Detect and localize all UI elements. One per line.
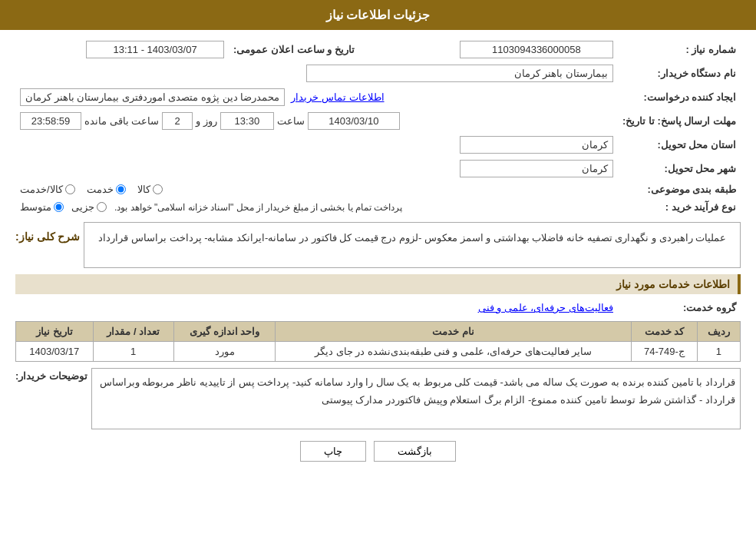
mohlatErsalPasakh-label: مهلت ارسال پاسخ: تا تاریخ: [618,109,741,133]
ostanTahvil-label: استان محل تحویل: [618,133,741,157]
radio-kala-label: کالا [137,184,150,195]
shomareNiaz-value: 1103094336000058 [460,41,613,58]
ijadKonande-label: ایجاد کننده درخواست: [618,85,741,109]
table-header-row: ردیف کد خدمت نام خدمت واحد اندازه گیری ت… [16,322,741,342]
col-namKhedmat: نام خدمت [276,322,632,342]
row-tabaghe: طبقه بندی موضوعی: کالا/خدمت خدمت کالا [15,181,741,198]
khedmat-info-table: گروه خدمت: فعالیت‌های حرفه‌ای، علمی و فن… [15,299,741,316]
shahrTahvil-label: شهر محل تحویل: [618,157,741,181]
table-row: 1 ج-749-74 سایر فعالیت‌های حرفه‌ای، علمی… [16,342,741,362]
chap-button[interactable]: چاپ [300,441,366,462]
radio-jazee-input[interactable] [97,202,107,212]
row-ostan: استان محل تحویل: کرمان [15,133,741,157]
namDastgah-value: بیمارستان باهنر کرمان [306,65,613,82]
ijadKonande-link[interactable]: اطلاعات تماس خریدار [291,91,384,103]
cell-tedad: 1 [93,342,173,362]
page-wrapper: جزئیات اطلاعات نیاز شماره نیاز : 1103094… [0,0,756,540]
sharhKolliNiaz-value: عملیات راهبردی و نگهداری تصفیه خانه فاضل… [84,222,741,268]
noveFarayand-note: پرداخت تمام یا بخشی از مبلغ خریدار از مح… [114,202,402,213]
main-info-table: شماره نیاز : 1103094336000058 تاریخ و سا… [15,38,741,216]
radio-kalaKhedmat[interactable]: کالا/خدمت [20,184,75,195]
radio-kalaKhedmat-label: کالا/خدمت [20,184,63,195]
farayand-radio-group: متوسط جزیی [20,201,107,213]
row-groheKhedmat: گروه خدمت: فعالیت‌های حرفه‌ای، علمی و فن… [15,299,741,316]
date-value: 1403/03/10 [308,112,400,130]
row-namdastgah: نام دستگاه خریدار: بیمارستان باهنر کرمان [15,61,741,85]
cell-vahed: مورد [173,342,276,362]
radio-jazee-label: جزیی [71,201,94,213]
time-label: ساعت [277,115,305,127]
radio-motevaset-input[interactable] [54,202,64,212]
col-tarikh: تاریخ نیاز [16,322,94,342]
row-noveFarayand: نوع فرآیند خرید : متوسط جزیی [15,198,741,216]
row-ijadkonande: ایجاد کننده درخواست: محمدرضا دین پژوه مت… [15,85,741,109]
noveFarayand-label: نوع فرآیند خرید : [618,198,741,216]
cell-tarikh: 1403/03/17 [16,342,94,362]
radio-khedmat[interactable]: خدمت [87,184,126,195]
bazgasht-button[interactable]: بازگشت [374,441,456,462]
buttons-row: بازگشت چاپ [15,441,741,462]
sharhKolliNiaz-label: شرح کلی نیاز: [15,228,80,245]
table-body: 1 ج-749-74 سایر فعالیت‌های حرفه‌ای، علمی… [16,342,741,362]
tarikheElane-value: 1403/03/07 - 13:11 [86,41,224,58]
radio-kalaKhedmat-input[interactable] [65,184,75,194]
radio-kala-input[interactable] [153,184,163,194]
baghimandeh-label: ساعت باقی مانده [84,115,159,127]
col-radif: ردیف [697,322,740,342]
tabaghe-radio-group: کالا/خدمت خدمت کالا [20,184,613,195]
radio-jazee[interactable]: جزیی [71,201,107,213]
cell-kod: ج-749-74 [632,342,698,362]
table-header: ردیف کد خدمت نام خدمت واحد اندازه گیری ت… [16,322,741,342]
khedmat-table: ردیف کد خدمت نام خدمت واحد اندازه گیری ت… [15,321,741,362]
ijadKonande-value: محمدرضا دین پژوه متصدی اموردفتری بیمارست… [20,88,285,106]
ostanTahvil-value: کرمان [460,136,613,154]
tarikheElane-label: تاریخ و ساعت اعلان عمومی: [229,38,359,61]
rooz-value: 2 [162,112,193,130]
baghimandeh-value: 23:58:59 [20,112,81,130]
tabaghebandiMovzu-label: طبقه بندی موضوعی: [618,181,741,198]
tosihateKhridar-label: توضیحات خریدار: [15,368,87,384]
groheKhedmat-value[interactable]: فعالیت‌های حرفه‌ای، علمی و فنی [478,302,613,313]
row-mohlat: مهلت ارسال پاسخ: تا تاریخ: 23:58:59 ساعت… [15,109,741,133]
namDastgah-label: نام دستگاه خریدار: [618,61,741,85]
radio-motevaset[interactable]: متوسط [20,201,64,213]
col-tedad: تعداد / مقدار [93,322,173,342]
row-shomara-tarikh: شماره نیاز : 1103094336000058 تاریخ و سا… [15,38,741,61]
shahrTahvil-value: کرمان [460,160,613,177]
time-value: 13:30 [220,112,274,130]
cell-radif: 1 [697,342,740,362]
col-kod: کد خدمت [632,322,698,342]
groheKhedmat-label: گروه خدمت: [618,299,741,316]
rooz-label: روز و [196,115,217,127]
page-title: جزئیات اطلاعات نیاز [326,8,431,22]
row-shahr: شهر محل تحویل: کرمان [15,157,741,181]
radio-khedmat-label: خدمت [87,184,114,195]
radio-motevaset-label: متوسط [20,201,51,213]
cell-namKhedmat: سایر فعالیت‌های حرفه‌ای، علمی و فنی طبقه… [276,342,632,362]
etalaatKhadamat-section-title: اطلاعات خدمات مورد نیاز [15,274,741,294]
content-area: شماره نیاز : 1103094336000058 تاریخ و سا… [0,30,756,481]
col-vahed: واحد اندازه گیری [173,322,276,342]
radio-khedmat-input[interactable] [116,184,126,194]
page-header: جزئیات اطلاعات نیاز [0,0,756,30]
shomareNiaz-label: شماره نیاز : [618,38,741,61]
tosihateKhridar-value: قرارداد با تامین کننده برنده به صورت یک … [91,368,741,429]
radio-kala[interactable]: کالا [137,184,163,195]
